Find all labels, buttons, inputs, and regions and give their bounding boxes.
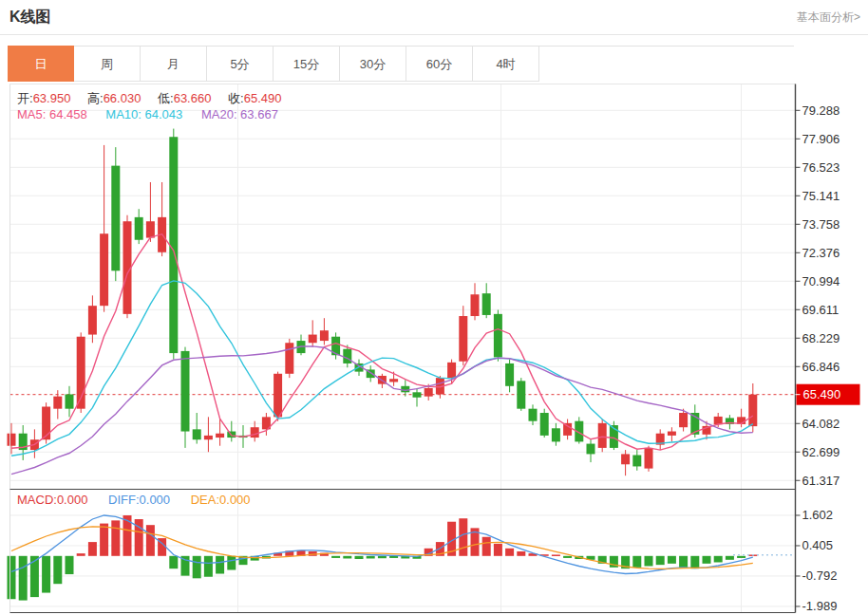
- open-label: 开:: [17, 91, 33, 105]
- price-axis-labels: 79.28877.90676.52375.14173.75872.37670.9…: [796, 103, 840, 488]
- macd-legend: MACD:0.000 DIFF:0.000 DEA:0.000: [17, 493, 268, 507]
- svg-text:76.523: 76.523: [802, 160, 840, 175]
- vertical-gridlines: [238, 84, 742, 613]
- svg-text:70.994: 70.994: [802, 274, 840, 289]
- svg-text:-0.792: -0.792: [802, 568, 838, 583]
- ma5-line: [11, 234, 753, 450]
- open-value: 63.950: [33, 91, 71, 105]
- dea-value: DEA:0.000: [191, 493, 251, 507]
- ma20-line: [11, 346, 753, 475]
- ma10-value: MA10: 64.043: [105, 107, 182, 121]
- svg-text:61.317: 61.317: [802, 474, 840, 488]
- dea-line: [11, 527, 753, 569]
- high-value: 66.030: [104, 91, 142, 105]
- diff-value: DIFF:0.000: [108, 493, 170, 507]
- svg-text:0.405: 0.405: [802, 538, 834, 552]
- macd-value: MACD:0.000: [17, 493, 87, 507]
- low-value: 63.660: [174, 91, 212, 105]
- svg-text:1.602: 1.602: [802, 508, 834, 522]
- ma5-value: MA5: 64.458: [17, 107, 87, 121]
- current-price-badge: 65.490: [796, 384, 860, 405]
- svg-text:62.699: 62.699: [802, 445, 840, 459]
- svg-text:-1.989: -1.989: [802, 599, 838, 613]
- svg-text:73.758: 73.758: [802, 217, 840, 232]
- svg-text:66.846: 66.846: [802, 360, 840, 374]
- ma20-value: MA20: 63.667: [201, 107, 278, 121]
- diff-line: [11, 515, 753, 574]
- svg-text:79.288: 79.288: [802, 103, 840, 118]
- svg-text:64.082: 64.082: [802, 417, 840, 431]
- svg-text:69.611: 69.611: [802, 303, 840, 317]
- svg-text:72.376: 72.376: [802, 246, 840, 260]
- ma-legend: MA5: 64.458 MA10: 64.043 MA20: 63.667: [17, 107, 293, 121]
- svg-text:65.490: 65.490: [803, 387, 841, 401]
- ohlc-legend: 开:63.950 高:66.030 低:63.660 收:65.490: [17, 90, 294, 107]
- macd-axis-labels: 1.6020.405-0.792-1.989: [796, 508, 838, 613]
- svg-text:68.229: 68.229: [802, 331, 840, 345]
- svg-text:77.906: 77.906: [802, 132, 840, 146]
- kline-page: K线图 基本面分析> 日周月5分15分30分60分4时 79.28877.906…: [0, 0, 868, 615]
- low-label: 低:: [158, 91, 174, 105]
- svg-text:75.141: 75.141: [802, 189, 840, 203]
- high-label: 高:: [87, 91, 104, 105]
- close-label: 收:: [228, 91, 244, 105]
- close-value: 65.490: [244, 91, 282, 105]
